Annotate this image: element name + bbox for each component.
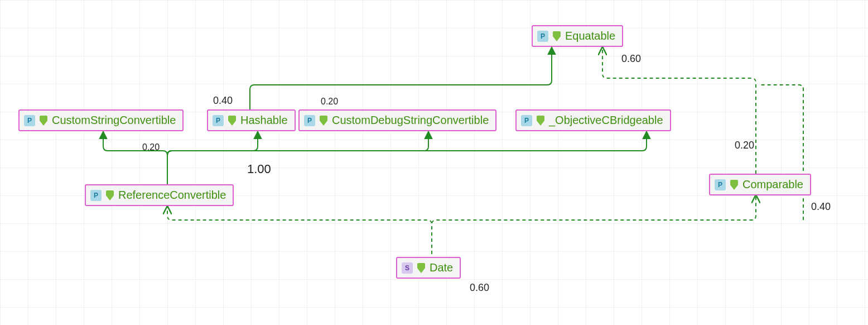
shield-icon xyxy=(537,116,544,126)
edge-weight: 0.20 xyxy=(142,142,160,152)
node-date[interactable]: S Date xyxy=(396,257,461,279)
protocol-badge-icon: P xyxy=(715,179,726,190)
node-label: _ObjectiveCBridgeable xyxy=(549,114,663,127)
protocol-badge-icon: P xyxy=(537,31,548,42)
node-objective-c-bridgeable[interactable]: P _ObjectiveCBridgeable xyxy=(515,109,671,131)
node-label: CustomDebugStringConvertible xyxy=(332,114,489,127)
protocol-badge-icon: P xyxy=(90,190,102,201)
protocol-badge-icon: P xyxy=(304,115,315,126)
shield-icon xyxy=(730,180,738,190)
edge-weight: 0.40 xyxy=(811,201,831,213)
edge-weight: 0.60 xyxy=(470,282,489,294)
node-equatable[interactable]: P Equatable xyxy=(532,25,623,47)
struct-badge-icon: S xyxy=(402,262,413,274)
shield-icon xyxy=(320,116,327,126)
shield-icon xyxy=(228,116,236,126)
edge-weight: 0.20 xyxy=(321,97,338,107)
node-reference-convertible[interactable]: P ReferenceConvertible xyxy=(85,184,234,206)
edge-weight: 0.60 xyxy=(621,53,641,65)
node-hashable[interactable]: P Hashable xyxy=(207,109,296,131)
node-custom-string-convertible[interactable]: P CustomStringConvertible xyxy=(18,109,184,131)
node-label: ReferenceConvertible xyxy=(118,189,226,202)
node-custom-debug-string-convertible[interactable]: P CustomDebugStringConvertible xyxy=(298,109,496,131)
node-label: Hashable xyxy=(240,114,288,127)
node-label: Equatable xyxy=(565,30,615,42)
edge-weight: 0.20 xyxy=(735,140,754,151)
protocol-badge-icon: P xyxy=(521,115,532,126)
protocol-badge-icon: P xyxy=(24,115,35,126)
shield-icon xyxy=(553,31,561,41)
shield-icon xyxy=(417,263,425,273)
edge-weight: 1.00 xyxy=(247,162,271,176)
node-label: Date xyxy=(430,261,453,274)
edge-weight: 0.40 xyxy=(213,95,233,107)
node-label: CustomStringConvertible xyxy=(52,114,176,127)
diagram-canvas: { "nodes": { "equatable": {"kind":"P","l… xyxy=(0,0,868,325)
protocol-badge-icon: P xyxy=(213,115,224,126)
shield-icon xyxy=(40,116,47,126)
node-comparable[interactable]: P Comparable xyxy=(709,174,811,195)
shield-icon xyxy=(106,190,114,200)
node-label: Comparable xyxy=(742,178,803,191)
